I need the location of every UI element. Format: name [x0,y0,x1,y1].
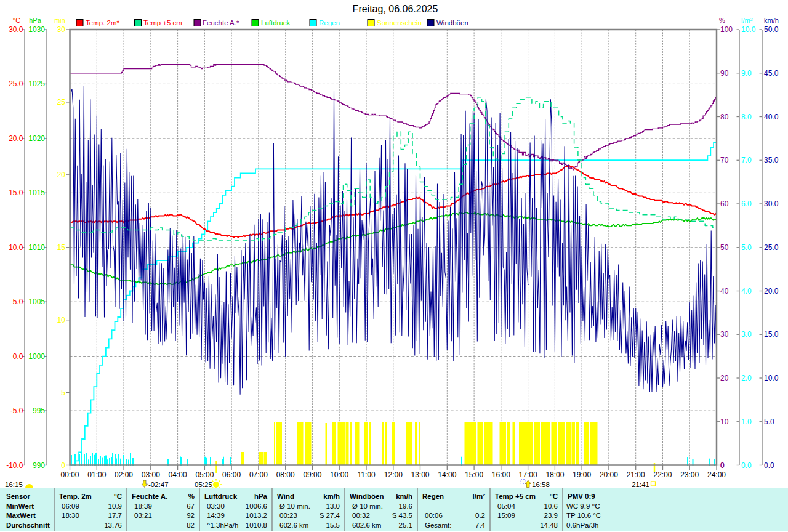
svg-text:602.6 km: 602.6 km [352,522,381,529]
svg-text:Regen: Regen [319,19,340,26]
svg-text:100: 100 [720,25,733,34]
svg-text:Durchschnitt: Durchschnitt [6,522,50,529]
svg-text:05:00: 05:00 [195,470,214,479]
svg-text:17:00: 17:00 [519,470,537,479]
svg-text:07:00: 07:00 [249,470,268,479]
svg-text:30: 30 [720,330,729,339]
svg-text:hPa: hPa [29,17,41,24]
svg-text:40: 40 [720,287,729,296]
svg-text:7.4: 7.4 [475,522,486,529]
svg-text:08:00: 08:00 [276,470,295,479]
svg-text:l/m²: l/m² [741,17,753,24]
svg-text:40.0: 40.0 [764,113,779,121]
svg-text:Luftdruck: Luftdruck [204,493,238,500]
svg-text:°C: °C [114,493,122,500]
svg-text:Sensor: Sensor [6,493,31,500]
svg-text:1005: 1005 [28,297,45,306]
svg-text:°C: °C [13,17,20,24]
svg-text:00:00: 00:00 [60,470,79,479]
svg-text:3.0: 3.0 [741,330,752,339]
svg-text:0.0: 0.0 [741,461,752,470]
svg-text:Windböen: Windböen [350,493,384,500]
svg-text:Regen: Regen [422,493,444,500]
svg-text:67: 67 [187,502,195,510]
svg-text:01:00: 01:00 [87,470,106,479]
svg-text:00:32: 00:32 [352,512,370,519]
svg-text:11:00: 11:00 [357,470,375,479]
svg-text:09:00: 09:00 [303,470,321,479]
svg-text:16:15: 16:15 [5,481,23,488]
svg-text:92: 92 [187,512,195,519]
svg-text:Temp +5 cm: Temp +5 cm [495,493,536,500]
svg-text:1010: 1010 [28,243,45,252]
svg-text:70: 70 [720,156,729,164]
svg-text:14:00: 14:00 [438,470,456,479]
svg-text:^1.3hPa/h: ^1.3hPa/h [207,522,238,529]
svg-text:990: 990 [33,461,45,470]
svg-text:Sonnenschein: Sonnenschein [377,19,422,26]
svg-text:MaxWert: MaxWert [6,512,36,519]
svg-text:15: 15 [57,243,66,252]
svg-text:%: % [188,493,195,500]
svg-text:22:00: 22:00 [653,470,672,479]
svg-text:8.0: 8.0 [741,113,752,121]
svg-text:S 27.4: S 27.4 [320,512,340,519]
svg-text:10.6: 10.6 [544,502,558,510]
svg-text:hPa: hPa [254,493,268,500]
svg-text:MinWert: MinWert [6,502,34,510]
svg-text:30.0: 30.0 [764,200,779,208]
svg-text:20.0: 20.0 [9,134,23,143]
svg-text:Ø 10 min.: Ø 10 min. [279,502,310,510]
svg-text:km/h: km/h [764,17,779,24]
svg-text:Temp. 2m: Temp. 2m [59,493,92,500]
svg-text:13.76: 13.76 [104,522,122,529]
svg-text:WC 9.9 °C: WC 9.9 °C [566,502,600,510]
svg-text:16:00: 16:00 [492,470,510,479]
svg-text:1013.2: 1013.2 [246,512,267,519]
svg-text:16:58: 16:58 [532,481,550,488]
svg-text:1010.8: 1010.8 [246,522,267,529]
svg-text:-02:47: -02:47 [148,481,169,488]
svg-text:30.0: 30.0 [9,25,23,34]
svg-text:82: 82 [187,522,195,529]
svg-text:1030: 1030 [28,25,45,34]
svg-text:Ø 10 min.: Ø 10 min. [352,502,383,510]
svg-text:Temp. 2m*: Temp. 2m* [86,19,119,26]
svg-text:30: 30 [57,25,66,34]
svg-text:20.0: 20.0 [764,287,779,296]
svg-text:km/h: km/h [396,493,412,500]
svg-text:10:00: 10:00 [330,470,348,479]
svg-text:1015: 1015 [28,188,45,197]
svg-text:23:00: 23:00 [680,470,699,479]
svg-text:0.6hPa/3h: 0.6hPa/3h [566,522,598,529]
svg-text:5.0: 5.0 [764,417,774,426]
svg-text:1025: 1025 [28,79,45,88]
svg-text:2.0: 2.0 [741,374,752,382]
svg-text:0: 0 [720,461,725,470]
svg-text:TP 10.6 °C: TP 10.6 °C [566,512,601,519]
svg-text:12:00: 12:00 [384,470,403,479]
svg-text:00:06: 00:06 [425,512,443,519]
svg-text:Feuchte A.: Feuchte A. [132,493,167,500]
svg-text:45.0: 45.0 [764,69,779,78]
svg-text:80: 80 [720,113,729,121]
svg-text:5: 5 [61,389,65,397]
svg-text:05:25: 05:25 [195,481,212,488]
svg-text:9.0: 9.0 [741,69,752,78]
svg-text:10.0: 10.0 [764,374,779,382]
svg-text:05:04: 05:04 [497,502,515,510]
svg-text:602.6 km: 602.6 km [279,522,308,529]
svg-text:5.0: 5.0 [741,243,752,252]
svg-text:10: 10 [720,417,729,426]
svg-text:20: 20 [720,374,729,382]
svg-text:0: 0 [61,461,65,470]
svg-text:-10.0: -10.0 [6,461,23,470]
svg-text:13:00: 13:00 [411,470,429,479]
svg-text:min: min [54,17,65,24]
svg-text:90: 90 [720,69,729,78]
svg-text:4.0: 4.0 [741,287,752,296]
svg-text:1020: 1020 [28,134,45,143]
svg-text:15.5: 15.5 [326,522,340,529]
svg-text:Gesamt:: Gesamt: [425,522,451,529]
svg-text:0.0: 0.0 [13,352,23,361]
